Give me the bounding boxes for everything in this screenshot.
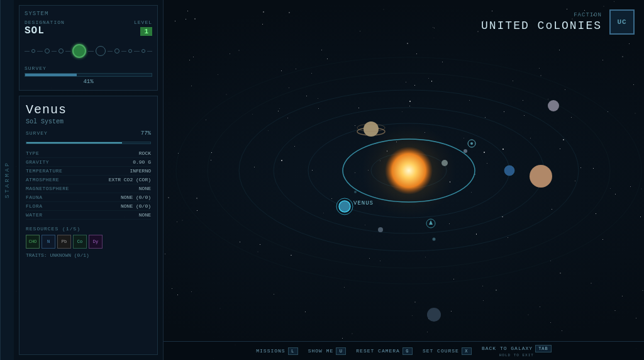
svg-point-11: [258, 252, 258, 252]
show-me-key: U: [336, 347, 346, 355]
planet-survey-label: SURVEY: [26, 130, 48, 137]
svg-point-17: [635, 113, 636, 114]
svg-point-9: [540, 75, 541, 76]
system-survey-fill: [25, 74, 77, 76]
system-survey-label: SURVEY: [25, 65, 152, 71]
missions-key: L: [288, 347, 298, 355]
svg-point-42: [378, 227, 383, 232]
svg-point-43: [464, 149, 467, 153]
svg-point-29: [385, 147, 433, 194]
faction-logo: UC: [609, 9, 635, 35]
orbit-node-6[interactable]: [114, 48, 119, 53]
solar-svg: VENUS: [164, 0, 644, 341]
system-survey-pct: 41%: [25, 79, 152, 85]
svg-text:VENUS: VENUS: [353, 200, 374, 206]
orbit-node-1[interactable]: [31, 49, 35, 53]
svg-point-16: [528, 315, 529, 315]
svg-point-3: [384, 9, 384, 10]
system-survey-bar: [25, 73, 152, 77]
back-sub-label: HOLD TO EXIT: [499, 353, 534, 357]
stat-temperature: TEMPERATURE INFERNO: [26, 167, 151, 176]
resource-pb[interactable]: Pb: [57, 235, 71, 249]
planet-panel: Venus Sol System SURVEY 77% TYPE ROCK GR…: [19, 96, 158, 355]
svg-point-18: [352, 333, 352, 334]
stat-flora: FLORA NONE (0/0): [26, 202, 151, 211]
solar-system: VENUS: [164, 0, 644, 341]
svg-point-15: [434, 38, 435, 38]
planet-stats: TYPE ROCK GRAVITY 0.90 G TEMPERATURE INF…: [26, 149, 151, 220]
resource-n[interactable]: N: [42, 235, 55, 249]
svg-point-14: [182, 220, 183, 221]
back-label: BACK TO GALAXY: [482, 346, 533, 351]
resource-cho[interactable]: CHO: [26, 235, 40, 249]
set-course-button[interactable]: SET COURSE X: [423, 347, 472, 355]
system-survey: SURVEY 41%: [25, 65, 152, 85]
show-me-label: SHOW ME: [308, 348, 334, 354]
svg-marker-44: [429, 220, 433, 225]
planet-survey-pct: 77%: [141, 130, 151, 137]
svg-point-30: [441, 160, 448, 166]
back-to-galaxy-button[interactable]: BACK TO GALAXY TAB HOLD TO EXIT: [482, 345, 552, 357]
reset-camera-key: G: [402, 347, 413, 355]
designation-label: DESIGNATION: [25, 20, 65, 25]
svg-point-2: [289, 12, 289, 13]
resources-header: RESOURCES (1/5): [26, 226, 151, 232]
svg-point-19: [220, 308, 221, 309]
planet-name: Venus: [26, 103, 151, 117]
svg-point-47: [470, 142, 473, 145]
planet-system: Sol System: [26, 118, 151, 125]
designation-value: SOL: [25, 25, 65, 37]
svg-point-36: [339, 201, 350, 212]
planet-survey-fill: [26, 142, 122, 143]
stat-atmosphere: ATMOSPHERE EXTR CO2 (COR): [26, 176, 151, 184]
orbit-node-8[interactable]: [142, 49, 145, 53]
svg-point-40: [548, 100, 559, 111]
faction-panel: FACTION UNITED CoLONIES UC: [481, 9, 635, 35]
stat-fauna: FAUNA NONE (0/0): [26, 193, 151, 202]
orbit-node-5[interactable]: [96, 46, 106, 56]
stat-magnetosphere: MAGNETOSPHERE NONE: [26, 184, 151, 193]
svg-point-48: [433, 238, 436, 241]
system-label: SYSTEM: [25, 11, 152, 17]
svg-point-8: [226, 94, 227, 95]
resource-co[interactable]: Co: [73, 235, 87, 249]
reset-camera-label: RESET CAMERA: [356, 348, 400, 354]
set-course-key: X: [462, 347, 472, 355]
svg-point-49: [354, 191, 357, 193]
svg-point-39: [504, 166, 514, 176]
resource-dy[interactable]: Dy: [89, 235, 103, 249]
bottom-toolbar: MISSIONS L SHOW ME U RESET CAMERA G SET …: [164, 341, 644, 360]
stat-gravity: GRAVITY 0.90 G: [26, 158, 151, 167]
svg-point-10: [414, 301, 415, 302]
svg-point-4: [477, 31, 478, 31]
svg-point-6: [622, 56, 623, 57]
back-key: TAB: [535, 345, 552, 352]
orbit-node-3[interactable]: [58, 48, 64, 53]
missions-button[interactable]: MISSIONS L: [256, 347, 297, 355]
orbit-node-sun[interactable]: [72, 44, 86, 58]
missions-label: MISSIONS: [256, 348, 285, 354]
faction-label: FACTION: [481, 12, 602, 18]
svg-point-1: [239, 50, 240, 51]
starmap-tab[interactable]: STARMAP: [0, 0, 14, 360]
svg-point-7: [604, 6, 604, 7]
stat-water: WATER NONE: [26, 211, 151, 220]
svg-point-13: [641, 189, 642, 189]
orbit-node-7[interactable]: [128, 49, 132, 53]
orbit-node-2[interactable]: [45, 48, 50, 53]
level-label: LEVEL: [134, 20, 152, 25]
stat-type: TYPE ROCK: [26, 149, 151, 158]
svg-point-12: [591, 283, 591, 283]
svg-point-34: [530, 165, 552, 188]
traits-text: TRAITS: UNKNOWN (0/1): [26, 252, 151, 258]
sidebar: STARMAP SYSTEM DESIGNATION SOL LEVEL 1: [0, 0, 164, 360]
show-me-button[interactable]: SHOW ME U: [308, 347, 347, 355]
svg-point-41: [427, 308, 441, 322]
level-badge: 1: [140, 27, 152, 36]
reset-camera-button[interactable]: RESET CAMERA G: [356, 347, 413, 355]
faction-name: UNITED CoLONIES: [481, 20, 602, 32]
resource-icons: CHO N Pb Co Dy: [26, 235, 151, 249]
resources-section: RESOURCES (1/5) CHO N Pb Co Dy TRAITS: U…: [26, 226, 151, 258]
set-course-label: SET COURSE: [423, 348, 459, 354]
orbital-diagram: [25, 42, 152, 60]
